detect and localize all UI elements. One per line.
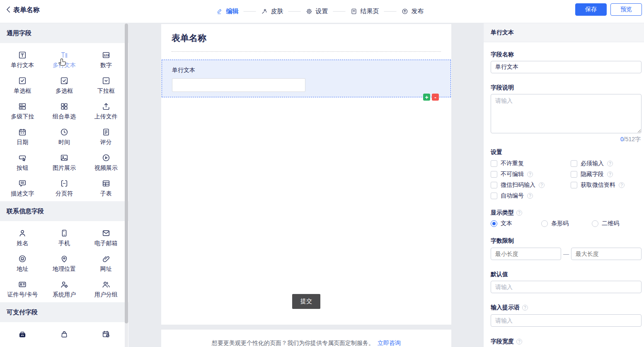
checkbox-box[interactable] xyxy=(571,182,577,188)
field-item-cascade-dropdown[interactable]: 多级下拉 xyxy=(2,99,44,124)
checkbox-box[interactable] xyxy=(571,171,577,178)
field-width-label: 字段宽度? xyxy=(491,338,522,345)
help-icon[interactable]: ? xyxy=(522,305,528,311)
tab-edit[interactable]: 编辑 xyxy=(216,7,238,15)
help-icon[interactable]: ? xyxy=(527,171,533,177)
checkbox-box[interactable] xyxy=(491,182,497,188)
checkbox-hidden-field[interactable]: 隐藏字段? xyxy=(571,169,642,180)
checkbox-wechat-scan-input[interactable]: 微信扫码输入? xyxy=(491,180,571,190)
tab-skin[interactable]: 皮肤 xyxy=(261,7,283,15)
field-item-payment-bag[interactable] xyxy=(44,326,85,347)
preview-button[interactable]: 预览 xyxy=(610,3,642,16)
checkbox-box[interactable] xyxy=(491,171,497,178)
checkbox-box[interactable] xyxy=(491,160,497,167)
input-hint-input[interactable] xyxy=(491,314,642,327)
checkbox-get-wechat-profile[interactable]: 获取微信资料? xyxy=(571,180,642,190)
field-item-payment-wallet[interactable] xyxy=(2,326,44,347)
field-item-mobile[interactable]: 手机 xyxy=(44,225,85,251)
field-item-system-user[interactable]: 系统用户 xyxy=(44,277,85,302)
field-item-name[interactable]: 姓名 xyxy=(2,225,44,251)
radio-text[interactable]: 文本 xyxy=(491,220,541,227)
checkbox-not-editable[interactable]: 不可编辑? xyxy=(491,169,571,180)
sidebar-scrollbar-thumb[interactable] xyxy=(125,24,128,323)
min-length-input[interactable] xyxy=(491,248,561,260)
field-item-number[interactable]: 数字 xyxy=(85,47,127,73)
help-icon[interactable]: ? xyxy=(607,161,613,166)
field-item-subtable[interactable]: 子表 xyxy=(85,176,127,201)
promo-card: 想要更美观更个性化的页面？我们为你提供专属页面定制服务。 立即咨询 xyxy=(161,330,451,347)
canvas-form-title[interactable]: 表单名称 xyxy=(172,32,206,44)
checkbox-box[interactable] xyxy=(571,160,577,167)
field-item-id-card[interactable]: 证件号/卡号 xyxy=(2,277,44,302)
rating-icon xyxy=(102,128,111,137)
radio-barcode[interactable]: 条形码 xyxy=(541,220,592,227)
tab-publish[interactable]: 发布 xyxy=(401,7,424,15)
field-item-geo-location[interactable]: 地理位置 xyxy=(44,251,85,277)
checkbox-box[interactable] xyxy=(491,193,497,199)
field-item-upload-file[interactable]: 上传文件 xyxy=(85,99,127,124)
radio-field-icon xyxy=(18,76,27,85)
result-page-icon xyxy=(350,8,357,15)
help-icon[interactable]: ? xyxy=(527,193,533,199)
field-item-image-display[interactable]: 图片展示 xyxy=(44,150,85,176)
time-icon xyxy=(60,128,69,137)
calendar-check-icon xyxy=(102,330,111,339)
field-item-combo-radio[interactable]: 组合单选 xyxy=(44,99,85,124)
add-field-button[interactable]: + xyxy=(423,94,430,101)
field-item-checkbox[interactable]: 多选框 xyxy=(44,73,85,99)
help-icon[interactable]: ? xyxy=(516,210,522,216)
save-button[interactable]: 保存 xyxy=(575,3,607,16)
checkbox-required[interactable]: 必须输入? xyxy=(571,158,642,169)
gear-icon xyxy=(305,8,312,15)
field-item-radio[interactable]: 单选框 xyxy=(2,73,44,99)
field-item-single-line-text[interactable]: 单行文本 xyxy=(2,47,44,73)
top-bar: 表单名称 编辑 皮肤 设置 结果页 发布 保存 预览 xyxy=(0,0,644,23)
field-item-multi-line-text[interactable]: 多行文本 xyxy=(44,47,85,73)
field-item-button[interactable]: 按钮 xyxy=(2,150,44,176)
field-name-input[interactable] xyxy=(491,61,642,73)
remove-field-button[interactable]: - xyxy=(432,94,439,101)
help-icon[interactable]: ? xyxy=(539,182,545,188)
edit-icon xyxy=(216,8,223,15)
field-item-rating[interactable]: 评分 xyxy=(85,124,127,150)
tab-settings[interactable]: 设置 xyxy=(305,7,328,15)
checkbox-no-duplicate[interactable]: 不许重复 xyxy=(491,158,571,169)
input-hint-label: 输入提示语? xyxy=(491,304,528,311)
submit-button[interactable]: 提交 xyxy=(292,294,320,309)
person-icon xyxy=(18,229,27,238)
default-value-input[interactable] xyxy=(491,281,642,293)
field-item-video-display[interactable]: 视频展示 xyxy=(85,150,127,176)
radio-dot[interactable] xyxy=(592,220,598,227)
field-item-address[interactable]: 地址 xyxy=(2,251,44,277)
field-description-textarea[interactable] xyxy=(491,94,642,133)
help-icon[interactable]: ? xyxy=(516,339,522,345)
field-item-time[interactable]: 时间 xyxy=(44,124,85,150)
length-limit-row: — xyxy=(491,248,642,260)
checkbox-auto-number[interactable]: 自动编号? xyxy=(491,190,571,201)
help-icon[interactable]: ? xyxy=(619,182,625,188)
field-item-user-group[interactable]: 用户分组 xyxy=(85,277,127,302)
form-canvas: 表单名称 单行文本 + - 提交 xyxy=(161,24,451,325)
tab-result-page[interactable]: 结果页 xyxy=(350,7,379,15)
field-item-payment-schedule[interactable] xyxy=(85,326,127,347)
radio-qrcode[interactable]: 二维码 xyxy=(592,220,642,227)
help-icon[interactable]: ? xyxy=(607,171,613,177)
single-line-text-icon xyxy=(18,51,27,60)
radio-dot[interactable] xyxy=(491,220,497,227)
step-connector xyxy=(333,11,345,12)
back-icon[interactable] xyxy=(4,5,13,14)
field-item-email[interactable]: 电子邮箱 xyxy=(85,225,127,251)
selected-field-block[interactable]: 单行文本 + - xyxy=(162,60,451,97)
field-item-description-text[interactable]: 描述文字 xyxy=(2,176,44,201)
field-item-date[interactable]: 日期 xyxy=(2,124,44,150)
selected-field-input[interactable] xyxy=(172,78,305,92)
radio-dot[interactable] xyxy=(541,220,548,227)
max-length-input[interactable] xyxy=(571,248,642,260)
address-icon xyxy=(18,254,27,263)
length-dash: — xyxy=(561,251,571,257)
promo-consult-link[interactable]: 立即咨询 xyxy=(378,340,401,347)
field-item-page-break[interactable]: 分页符 xyxy=(44,176,85,201)
video-display-icon xyxy=(102,153,111,162)
field-item-url[interactable]: 网址 xyxy=(85,251,127,277)
field-item-dropdown[interactable]: 下拉框 xyxy=(85,73,127,99)
